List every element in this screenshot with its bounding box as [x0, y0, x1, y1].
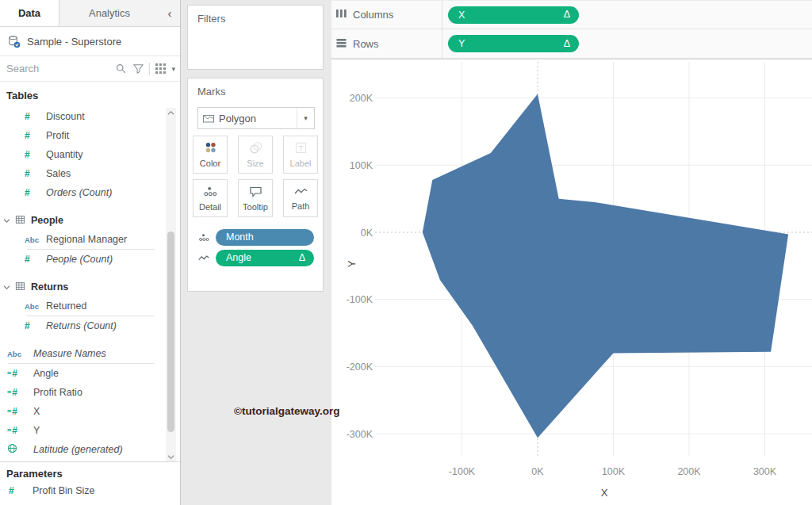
color-icon [203, 141, 218, 157]
field-row[interactable]: #Quantity [0, 145, 163, 164]
y-tick-label: -300K [347, 429, 373, 440]
database-icon [7, 33, 21, 49]
delta-icon: Δ [564, 39, 570, 49]
path-button[interactable]: Path [283, 179, 318, 217]
field-row[interactable]: Latitude (generated) [0, 440, 163, 459]
columns-pill[interactable]: X Δ [448, 6, 579, 24]
tooltip-icon [248, 185, 263, 201]
scroll-down-icon[interactable] [166, 452, 176, 461]
collapse-panel-button[interactable]: ‹ [159, 0, 180, 26]
scrollbar-thumb[interactable] [167, 231, 174, 432]
pill-label: Month [226, 231, 254, 243]
calc-icon: =# [7, 368, 33, 379]
field-row[interactable]: #Returns (Count) [0, 316, 163, 335]
tab-analytics[interactable]: Analytics [59, 0, 159, 26]
label-button: TLabel [283, 136, 318, 174]
tab-data[interactable]: Data [0, 0, 59, 26]
x-tick-label: 0K [531, 466, 544, 477]
field-label: Profit [46, 130, 69, 141]
x-tick-label: 100K [602, 466, 626, 477]
polygon-chart: 200K100K0K-100K-200K-300K-100K0K100K200K… [331, 59, 812, 505]
field-label: Profit Ratio [33, 387, 82, 398]
rows-shelf[interactable]: Rows Y Δ [331, 29, 812, 59]
parameters-header: Parameters [0, 462, 180, 481]
expand-caret-icon[interactable] [3, 218, 15, 224]
field-row[interactable]: =#Profit Ratio [0, 383, 163, 402]
num-icon: # [25, 149, 46, 160]
size-button: Size [238, 136, 273, 174]
pill-row: Month [197, 227, 314, 247]
y-tick-label: 200K [350, 93, 373, 104]
parameter-row[interactable]: #Profit Bin Size [0, 481, 180, 500]
chevron-down-icon[interactable]: ▾ [297, 108, 314, 128]
marks-pills: MonthAngleΔ [188, 223, 323, 268]
button-label: Label [290, 159, 312, 168]
magnifier-icon[interactable] [114, 61, 128, 77]
y-tick-label: 0K [361, 228, 373, 239]
scroll-up-icon[interactable] [166, 108, 176, 117]
field-row[interactable]: =#X [0, 402, 163, 421]
y-tick-label: 100K [350, 160, 373, 171]
path-icon [293, 186, 308, 200]
abc-icon: Abc [25, 302, 46, 311]
fields-scrollbar[interactable] [166, 108, 176, 461]
datasource-row[interactable]: Sample - Superstore [0, 27, 180, 56]
polygon-mark[interactable] [423, 94, 788, 438]
num-icon: # [25, 254, 46, 265]
parameters-section: Parameters #Profit Bin Size [0, 461, 180, 505]
path-icon [197, 253, 211, 263]
button-label: Detail [199, 202, 221, 212]
abc-icon: Abc [25, 235, 46, 244]
num-icon: # [25, 320, 46, 331]
field-row[interactable]: AbcRegional Manager [0, 230, 163, 249]
field-row[interactable]: AbcReturned [0, 296, 163, 316]
field-label: Returns (Count) [46, 320, 117, 331]
month-pill[interactable]: Month [216, 229, 314, 246]
view-grid-icon[interactable] [154, 61, 167, 77]
y-tick-label: -100K [347, 294, 373, 305]
mark-type-label: Polygon [219, 113, 297, 124]
table-icon [15, 281, 31, 293]
field-label: Returned [46, 300, 86, 312]
separator [149, 63, 150, 75]
datasource-name: Sample - Superstore [27, 36, 121, 48]
field-row[interactable]: #Orders (Count) [0, 183, 163, 202]
field-row[interactable]: =#Y [0, 421, 163, 440]
chevron-down-icon[interactable]: ▾ [171, 65, 175, 73]
field-row[interactable]: #Profit [0, 126, 163, 145]
field-row[interactable]: #Discount [0, 107, 163, 126]
field-row[interactable]: AbcMeasure Names [0, 344, 163, 363]
tables-header: Tables [0, 82, 180, 101]
mark-type-dropdown[interactable]: Polygon ▾ [197, 107, 315, 129]
angle-pill[interactable]: AngleΔ [216, 250, 314, 266]
columns-shelf[interactable]: Columns X Δ [331, 0, 812, 29]
expand-caret-icon[interactable] [3, 285, 15, 290]
field-row[interactable]: Returns [0, 277, 163, 296]
search-input[interactable] [5, 62, 110, 75]
calc-icon: =# [7, 387, 33, 398]
field-row[interactable]: #Sales [0, 164, 163, 183]
color-button[interactable]: Color [193, 136, 228, 174]
y-axis-title: Y [346, 260, 358, 267]
label-icon: T [294, 141, 308, 157]
rows-pill[interactable]: Y Δ [448, 35, 579, 52]
field-row[interactable]: =#Angle [0, 364, 163, 383]
button-label: Path [292, 201, 310, 211]
parameters-list: #Profit Bin Size [0, 481, 180, 500]
marks-buttons: ColorSizeTLabelDetailTooltipPath [188, 129, 323, 223]
tooltip-button[interactable]: Tooltip [238, 179, 273, 217]
field-row[interactable]: #People (Count) [0, 250, 163, 269]
detail-icon [203, 185, 218, 201]
num-icon: # [25, 187, 46, 198]
marks-card: Marks Polygon ▾ ColorSizeTLabelDetailToo… [187, 78, 324, 292]
button-label: Color [200, 159, 220, 168]
field-row[interactable]: People [0, 211, 163, 230]
delta-icon: Δ [299, 253, 305, 263]
fields-list: #Discount#Profit#Quantity#Sales#Orders (… [0, 101, 163, 459]
field-label: Quantity [46, 149, 83, 160]
chart-area: 200K100K0K-100K-200K-300K-100K0K100K200K… [331, 59, 812, 505]
filter-funnel-icon[interactable] [132, 61, 145, 77]
detail-button[interactable]: Detail [193, 179, 228, 217]
field-label: Y [33, 425, 40, 436]
filters-shelf[interactable]: Filters [187, 5, 324, 70]
